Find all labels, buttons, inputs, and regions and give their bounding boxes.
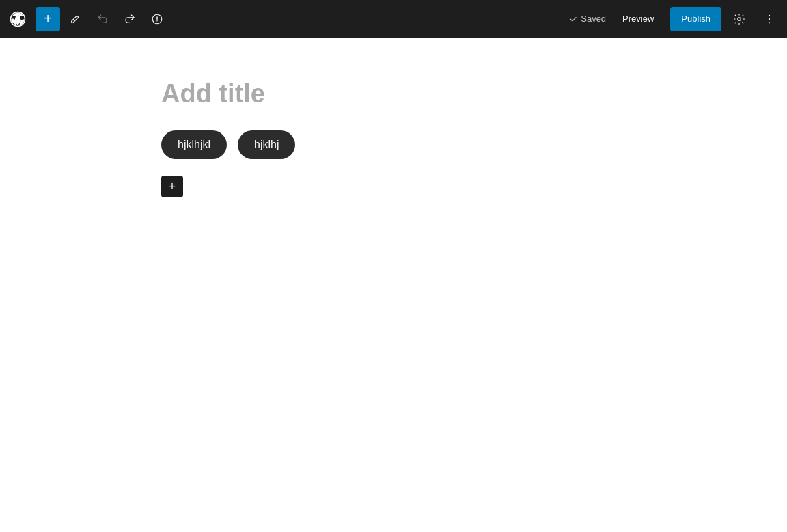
publish-button[interactable]: Publish xyxy=(670,7,721,31)
editor-content: Add title hjklhjkl hjklhj + xyxy=(161,79,626,532)
tag-pill-2[interactable]: hjklhj xyxy=(238,130,295,159)
redo-button[interactable] xyxy=(118,7,142,31)
post-title-placeholder[interactable]: Add title xyxy=(161,79,626,109)
preview-button[interactable]: Preview xyxy=(611,7,665,31)
editor-canvas: Add title hjklhjkl hjklhj + xyxy=(0,38,787,532)
info-button[interactable] xyxy=(145,7,169,31)
svg-point-5 xyxy=(769,22,770,23)
saved-status: Saved xyxy=(568,14,606,24)
add-block-button[interactable]: + xyxy=(36,7,60,31)
tags-container: hjklhjkl hjklhj xyxy=(161,130,626,159)
settings-button[interactable] xyxy=(727,7,751,31)
svg-point-2 xyxy=(738,17,741,20)
wordpress-logo[interactable] xyxy=(5,7,30,31)
more-options-button[interactable] xyxy=(757,7,782,31)
tag-pill-1[interactable]: hjklhjkl xyxy=(161,130,227,159)
list-view-button[interactable] xyxy=(172,7,197,31)
svg-point-4 xyxy=(769,18,770,19)
toolbar: + Saved xyxy=(0,0,787,38)
add-block-inline-button[interactable]: + xyxy=(161,176,183,197)
svg-point-3 xyxy=(769,14,770,16)
undo-button[interactable] xyxy=(90,7,115,31)
edit-tool-button[interactable] xyxy=(63,7,87,31)
